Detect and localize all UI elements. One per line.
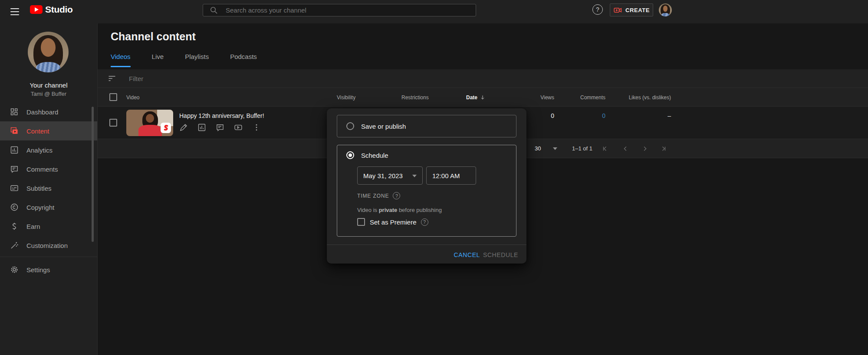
- sidebar-menu: Dashboard Content Analytics: [0, 102, 97, 255]
- row-actions: [179, 123, 270, 132]
- sidebar-item-comments[interactable]: Comments: [0, 160, 97, 179]
- create-camera-icon: [613, 6, 622, 15]
- help-icon[interactable]: ?: [592, 4, 603, 15]
- premiere-label: Set as Premiere: [370, 218, 417, 226]
- first-page-icon[interactable]: [600, 143, 611, 154]
- analytics-icon[interactable]: [197, 123, 206, 132]
- dashboard-icon: [10, 107, 19, 116]
- timezone-help-icon[interactable]: ?: [393, 192, 400, 199]
- channel-handle: Tami @ Buffer: [0, 91, 97, 97]
- search-box[interactable]: [203, 4, 476, 16]
- sidebar-item-label: Earn: [26, 223, 40, 230]
- row-checkbox[interactable]: [109, 119, 117, 127]
- radio-unselected-icon[interactable]: [346, 122, 354, 130]
- sidebar-divider: [0, 257, 97, 257]
- video-title[interactable]: Happy 12th anniversary, Buffer!: [179, 112, 264, 119]
- more-options-kebab-icon[interactable]: [252, 123, 261, 132]
- tab-videos[interactable]: Videos: [111, 53, 131, 67]
- comments-value[interactable]: 0: [554, 112, 605, 119]
- sidebar-item-settings[interactable]: Settings: [0, 260, 97, 279]
- next-page-icon[interactable]: [640, 143, 650, 154]
- edit-pencil-icon[interactable]: [179, 123, 188, 132]
- youtube-logo-icon[interactable]: [30, 5, 43, 14]
- premiere-help-icon[interactable]: ?: [421, 218, 428, 226]
- cancel-button[interactable]: CANCEL: [454, 251, 480, 258]
- previous-page-icon[interactable]: [620, 143, 631, 154]
- rows-per-page-value[interactable]: 30: [535, 145, 541, 152]
- sidebar-item-label: Customization: [26, 242, 68, 249]
- sidebar-item-label: Content: [26, 127, 49, 135]
- set-as-premiere-checkbox[interactable]: [357, 218, 365, 226]
- content-icon: [10, 127, 19, 135]
- column-video: Video: [126, 94, 139, 101]
- subtitles-icon: [10, 184, 19, 192]
- create-button[interactable]: CREATE: [610, 3, 653, 16]
- premiere-row: Set as Premiere ?: [357, 218, 428, 226]
- sidebar-item-label: Copyright: [26, 204, 54, 211]
- date-caret-icon: [412, 175, 417, 177]
- table-header-row: Video Visibility Restrictions Date Views…: [98, 88, 868, 107]
- filter-icon: [108, 74, 116, 83]
- comments-icon[interactable]: [216, 123, 224, 132]
- tab-playlists[interactable]: Playlists: [185, 53, 209, 67]
- account-avatar[interactable]: [659, 3, 672, 16]
- copyright-icon: [10, 203, 19, 212]
- visibility-schedule-dialog: Save or publish Schedule May 31, 2023 12…: [327, 108, 526, 264]
- sidebar-item-dashboard[interactable]: Dashboard: [0, 102, 97, 121]
- radio-selected-icon[interactable]: [346, 151, 354, 159]
- column-views: Views: [502, 94, 554, 101]
- save-or-publish-option[interactable]: Save or publish: [337, 115, 516, 137]
- schedule-button[interactable]: SCHEDULE: [483, 251, 518, 258]
- column-date-label: Date: [466, 94, 477, 101]
- sidebar-item-analytics[interactable]: Analytics: [0, 140, 97, 160]
- date-dropdown[interactable]: May 31, 2023: [357, 166, 423, 185]
- time-value: 12:00 AM: [432, 172, 460, 179]
- sidebar-item-earn[interactable]: Earn: [0, 217, 97, 236]
- column-restrictions: Restrictions: [401, 94, 429, 101]
- search-icon: [210, 6, 218, 14]
- sidebar-item-subtitles[interactable]: Subtitles: [0, 179, 97, 198]
- column-likes: Likes (vs. dislikes): [605, 94, 671, 101]
- watch-on-youtube-icon[interactable]: [234, 123, 243, 132]
- last-page-icon[interactable]: [658, 143, 668, 154]
- analytics-icon: [10, 146, 19, 154]
- shorts-badge-icon: [161, 123, 171, 133]
- search-input[interactable]: [226, 7, 476, 14]
- sidebar: Your channel Tami @ Buffer Dashboard Con…: [0, 23, 98, 355]
- tab-live[interactable]: Live: [152, 53, 164, 67]
- hamburger-menu-icon[interactable]: [10, 8, 19, 15]
- settings-gear-icon: [10, 265, 19, 274]
- timezone-label: TIME ZONE: [357, 193, 389, 199]
- sidebar-settings-group: Settings: [0, 260, 97, 279]
- sidebar-scrollbar[interactable]: [92, 107, 94, 242]
- tab-podcasts[interactable]: Podcasts: [230, 53, 257, 67]
- sidebar-item-label: Comments: [26, 166, 58, 173]
- sidebar-item-content[interactable]: Content: [0, 121, 97, 140]
- likes-value: –: [605, 112, 671, 119]
- video-thumbnail[interactable]: [126, 110, 173, 136]
- channel-avatar[interactable]: [28, 32, 69, 72]
- filter-bar: [98, 69, 868, 88]
- schedule-option[interactable]: Schedule: [346, 151, 388, 159]
- top-bar: Studio ? CREATE: [0, 0, 868, 23]
- timezone-row: TIME ZONE ?: [357, 192, 400, 199]
- schedule-option-section: Schedule May 31, 2023 12:00 AM TIME ZONE…: [337, 145, 516, 237]
- private-before-publish-note: Video is private before publishing: [357, 207, 442, 213]
- time-input[interactable]: 12:00 AM: [426, 166, 476, 185]
- column-visibility: Visibility: [337, 94, 355, 101]
- sidebar-item-copyright[interactable]: Copyright: [0, 198, 97, 217]
- rows-per-page-caret-icon[interactable]: [553, 147, 557, 150]
- dialog-divider: [327, 244, 526, 245]
- date-value: May 31, 2023: [363, 172, 403, 179]
- pagination-range: 1–1 of 1: [572, 145, 592, 152]
- customization-icon: [10, 241, 19, 250]
- sidebar-item-customization[interactable]: Customization: [0, 236, 97, 255]
- sort-descending-icon: [480, 94, 486, 101]
- filter-input[interactable]: [129, 73, 389, 84]
- studio-wordmark: Studio: [45, 4, 73, 15]
- comments-icon: [10, 165, 19, 173]
- select-all-checkbox[interactable]: [109, 93, 117, 101]
- content-tabs: Videos Live Playlists Podcasts: [111, 53, 278, 67]
- column-date[interactable]: Date: [466, 94, 486, 101]
- sidebar-item-label: Analytics: [26, 147, 53, 154]
